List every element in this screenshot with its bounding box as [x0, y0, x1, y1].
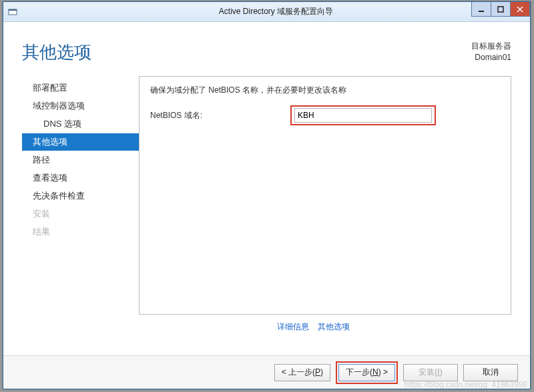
- maximize-button[interactable]: [491, 2, 511, 17]
- page-title: 其他选项: [22, 41, 91, 64]
- next-highlight: 下一步(N) >: [336, 361, 398, 384]
- target-server-label: 目标服务器: [471, 41, 511, 52]
- titlebar: Active Directory 域服务配置向导: [3, 2, 530, 22]
- sidebar-item-deploy-config[interactable]: 部署配置: [22, 79, 139, 97]
- window-controls: [472, 2, 530, 17]
- app-icon: [7, 7, 18, 17]
- netbios-input[interactable]: [294, 108, 432, 123]
- next-button[interactable]: 下一步(N) >: [338, 364, 395, 381]
- sidebar-item-install: 安装: [22, 205, 139, 223]
- netbios-label: NetBIOS 域名:: [150, 110, 290, 121]
- wizard-window: Active Directory 域服务配置向导 其他选项 目标服务器 Doma…: [3, 1, 531, 389]
- svg-rect-3: [498, 7, 503, 12]
- cancel-button[interactable]: 取消: [463, 364, 518, 381]
- minimize-button[interactable]: [471, 2, 491, 17]
- window-title: Active Directory 域服务配置向导: [22, 6, 530, 17]
- target-server-box: 目标服务器 Domain01: [471, 41, 511, 63]
- header-row: 其他选项 目标服务器 Domain01: [3, 22, 530, 71]
- svg-rect-1: [9, 9, 17, 11]
- more-links: 详细信息 其他选项: [139, 315, 511, 333]
- sidebar-item-paths[interactable]: 路径: [22, 151, 139, 169]
- sidebar-item-prereq-check[interactable]: 先决条件检查: [22, 187, 139, 205]
- netbios-field-row: NetBIOS 域名:: [150, 105, 500, 125]
- sidebar-item-dc-options[interactable]: 域控制器选项: [22, 97, 139, 115]
- topic-link[interactable]: 其他选项: [318, 322, 350, 331]
- watermark-text: https://blog.csdn.net/qq_41863998: [405, 380, 527, 389]
- wizard-sidebar: 部署配置 域控制器选项 DNS 选项 其他选项 路径 查看选项 先决条件检查 安…: [22, 76, 139, 333]
- target-server-value: Domain01: [471, 52, 511, 63]
- install-button: 安装(I): [403, 364, 458, 381]
- instruction-text: 确保为域分配了 NetBIOS 名称，并在必要时更改该名称: [150, 85, 500, 96]
- previous-button[interactable]: < 上一步(P): [274, 364, 330, 381]
- sidebar-item-results: 结果: [22, 223, 139, 241]
- sidebar-item-dns-options[interactable]: DNS 选项: [22, 115, 139, 133]
- sidebar-item-additional-options[interactable]: 其他选项: [22, 133, 139, 151]
- more-info-link[interactable]: 详细信息: [277, 322, 309, 331]
- close-button[interactable]: [510, 2, 530, 17]
- content-area: 其他选项 目标服务器 Domain01 部署配置 域控制器选项 DNS 选项 其…: [3, 22, 530, 355]
- netbios-highlight: [290, 105, 436, 125]
- sidebar-item-review[interactable]: 查看选项: [22, 169, 139, 187]
- main-row: 部署配置 域控制器选项 DNS 选项 其他选项 路径 查看选项 先决条件检查 安…: [3, 71, 530, 333]
- main-panel: 确保为域分配了 NetBIOS 名称，并在必要时更改该名称 NetBIOS 域名…: [139, 76, 511, 315]
